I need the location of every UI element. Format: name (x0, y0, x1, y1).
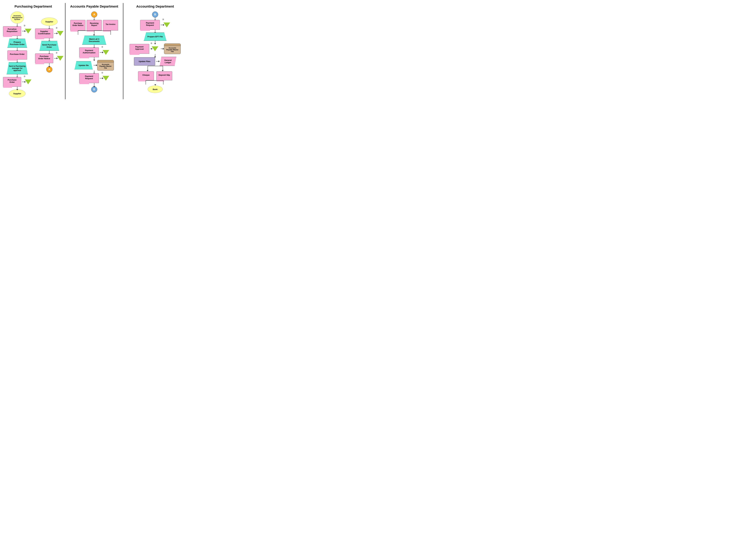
purch-order2-row: Purchase Order D (3, 77, 32, 87)
match-docs: Match all 3 Documents (82, 36, 106, 45)
accounting-dept: Accounting Department B Payment Request … (123, 3, 187, 99)
converge-lines (70, 31, 118, 35)
tax-invoice: Tax Invoice (103, 20, 118, 31)
arrow-sent-to-po2 (17, 74, 17, 77)
inventory-system: Invenotry Management System (11, 12, 24, 24)
general-ledger: General Ledger (160, 57, 176, 66)
converge-to-bank (138, 80, 173, 85)
purch-col1: Invenotry Management System Purcahse Req… (3, 12, 32, 98)
payment-request-acc: Payment Request (140, 20, 160, 30)
purch-col2: Supplier Supplier Confirmation D (35, 17, 64, 72)
send-purchase-order: Send Purchase Order (40, 41, 59, 51)
update-file: Update file (74, 61, 93, 69)
arrow-to-ap-master (161, 49, 163, 49)
arrow-to-d3 (54, 33, 57, 34)
arrow-preq-to-eft (155, 30, 155, 33)
d-triangle-6 (102, 76, 109, 81)
purchasing-dept: Purchasing Department Invenotry Manageme… (2, 3, 65, 99)
arrow-send-to-pon (49, 51, 49, 54)
branch-lines (137, 66, 173, 70)
arrow-to-d1 (22, 31, 25, 31)
payment-approval-row: Payment Approval D Accounts Payable Mast… (130, 43, 181, 54)
accounting-dept-title: Accounting Department (136, 5, 174, 9)
arrow-a-to-docs (94, 17, 94, 20)
supplier-confirmation: Supplier Confirmation (35, 29, 53, 38)
d-purchase-order2: D (22, 79, 32, 84)
payment-authorisation: Payment Authorisation (79, 47, 99, 57)
pon-row: Purchase Order Notice D (35, 54, 64, 63)
arrow-to-d7 (161, 25, 163, 25)
connector-a-ap: A (91, 12, 97, 17)
ap-dept-title: Accounts Payable Department (70, 5, 118, 9)
purchasing-dept-title: Purchasing Department (14, 5, 52, 9)
arrow-conf-to-send (49, 38, 49, 41)
d-triangle-4 (57, 56, 64, 61)
purchase-order-2: Purchase Order (3, 77, 21, 87)
arrow-match-to-auth (94, 45, 94, 47)
cheque-deposit-row: Cheque Deposit Slip (138, 71, 172, 80)
purch-req-row: Purcahse Requisition D (3, 26, 32, 36)
purchase-order-1: Purchase Order (8, 50, 27, 60)
d-payment-req: D (100, 76, 109, 81)
update-files: Update Files (134, 57, 155, 65)
d-purchase-req: D (22, 29, 32, 34)
arrow-to-d2 (22, 82, 25, 82)
arrow-eft-to-approval (155, 41, 155, 43)
connector-a-purch: A (46, 66, 52, 72)
cheque: Cheque (138, 71, 154, 80)
diagram-container: Purchasing Department Invenotry Manageme… (0, 0, 197, 102)
d-acc-payment-req: D (161, 22, 170, 27)
arrow-po-to-sent (17, 60, 17, 62)
arrow-approval-to-update (155, 54, 155, 57)
acc-payment-req-row: Payment Request D (140, 20, 170, 30)
arrow-to-d6 (100, 78, 102, 78)
ap-dept: Accounts Payable Department A Purchase O… (66, 3, 123, 99)
ap-flow: A Purchase Order Notice Receiving Report… (66, 12, 122, 92)
arrow-to-cylinder (94, 65, 96, 65)
arrow-auth-to-update (94, 57, 94, 60)
arrow-b-to-preq (155, 17, 155, 20)
payment-request-ap: Payment Request (79, 73, 99, 83)
d-supplier-conf: D (54, 31, 64, 36)
payment-auth-row: Payment Authorisation D (79, 47, 109, 57)
purchase-requisition: Purcahse Requisition (3, 26, 21, 36)
d-payment-auth: D (100, 50, 109, 55)
deposit-slip: Deposit Slip (156, 71, 172, 80)
ap-master-file-acc: Accounts Payable Master File (164, 43, 181, 54)
d-triangle-1 (25, 29, 32, 34)
ap-master-file-ap: Accounts Payable Master File (97, 60, 114, 70)
arrow-to-d4 (54, 58, 57, 59)
arrow-req-to-prep (17, 36, 17, 39)
arrow-update-to-req (94, 70, 94, 73)
po-notice-ap: Purchase Order Notice (70, 20, 85, 31)
d-triangle-7 (163, 22, 170, 27)
d-pon: D (54, 56, 64, 61)
d-triangle-3 (57, 31, 64, 36)
prepare-eft: Prepare EFT File (144, 33, 167, 41)
arrow-to-gl (156, 61, 159, 62)
d-triangle-2 (25, 79, 32, 84)
payment-req-row: Payment Request D (79, 73, 109, 83)
update-file-row: Update file Accounts Payable Master File (74, 60, 114, 70)
arrow-to-d8 (150, 49, 152, 49)
prepare-purchase-order: Prepare Purchase Order (8, 39, 27, 48)
connector-b-acc: B (152, 12, 158, 17)
receiving-report: Receiving Report (87, 20, 102, 31)
supplier-oval-top: Supplier (41, 17, 58, 26)
connector-b-ap: B (91, 87, 97, 92)
d-triangle-8 (152, 46, 158, 51)
sent-to-manager: Sent to Purchasing manager for approval (7, 62, 28, 74)
d-payment-approval: D (150, 46, 158, 51)
accounting-flow: B Payment Request D Prepare EF (124, 12, 186, 93)
arrow-po2-to-supplier (17, 87, 17, 89)
arrow-req-to-b (94, 83, 94, 87)
update-files-row: Update Files General Ledger (134, 57, 176, 66)
arrow-prep-to-po (17, 48, 17, 50)
three-docs-row: Purchase Order Notice Receiving Report T… (70, 20, 118, 31)
supplier-oval-bottom: Supplier (9, 89, 26, 98)
bank: Bank (148, 86, 163, 93)
payment-approval: Payment Approval (130, 44, 149, 54)
arrow-to-d5 (100, 52, 102, 53)
arrow-sup-to-conf (49, 26, 49, 29)
supplier-conf-row: Supplier Confirmation D (35, 29, 64, 38)
